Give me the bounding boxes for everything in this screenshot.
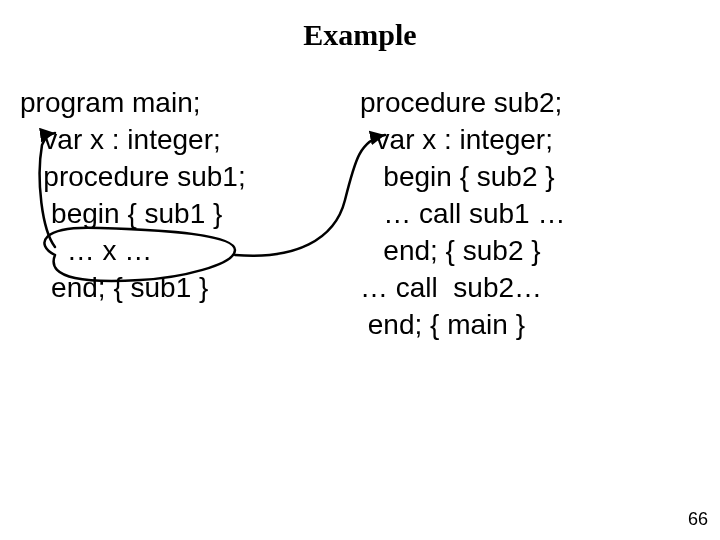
right-code-block: procedure sub2; var x : integer; begin {… xyxy=(360,84,565,343)
code-line: end; { sub1 } xyxy=(20,272,208,303)
page-title: Example xyxy=(0,18,720,52)
code-line: begin { sub2 } xyxy=(360,161,555,192)
code-line: procedure sub1; xyxy=(20,161,246,192)
code-line: end; { main } xyxy=(360,309,525,340)
code-line: … x … xyxy=(20,235,152,266)
page-number: 66 xyxy=(688,509,708,530)
code-line: program main; xyxy=(20,87,201,118)
code-line: … call sub1 … xyxy=(360,198,565,229)
code-line: begin { sub1 } xyxy=(20,198,222,229)
code-line: var x : integer; xyxy=(360,124,553,155)
code-line: procedure sub2; xyxy=(360,87,562,118)
code-line: var x : integer; xyxy=(20,124,221,155)
code-line: … call sub2… xyxy=(360,272,542,303)
code-line: end; { sub2 } xyxy=(360,235,541,266)
left-code-block: program main; var x : integer; procedure… xyxy=(20,84,246,306)
